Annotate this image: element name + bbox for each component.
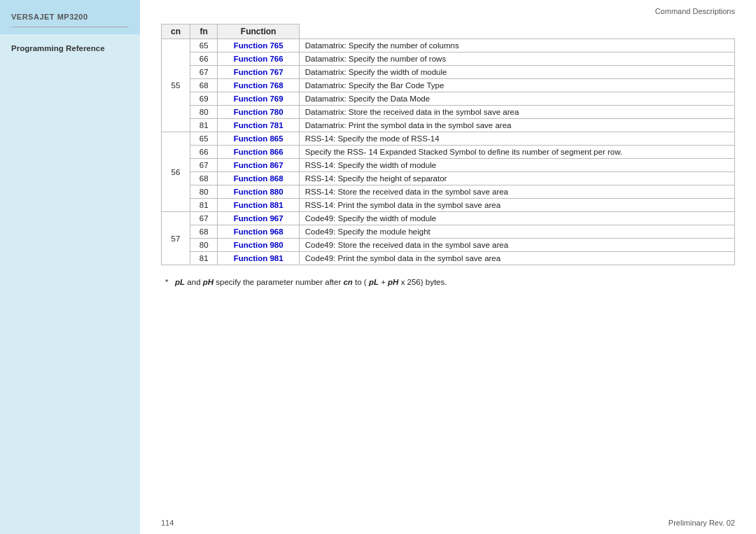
func-link[interactable]: Function 865 — [234, 134, 284, 143]
desc-cell: Code49: Specify the module height — [299, 225, 734, 239]
footnote: * pL and pH specify the parameter number… — [161, 278, 735, 286]
desc-cell: Datamatrix: Specify the number of column… — [299, 39, 734, 52]
func-link[interactable]: Function 880 — [234, 188, 284, 196]
func-link[interactable]: Function 968 — [234, 227, 284, 236]
func-link[interactable]: Function 780 — [234, 108, 284, 116]
cn-cell: 57 — [162, 212, 190, 265]
func-link[interactable]: Function 866 — [234, 148, 284, 156]
table-row: 80 Function 780 Datamatrix: Store the re… — [162, 106, 735, 119]
desc-cell: Code49: Print the symbol data in the sym… — [299, 252, 734, 265]
page-version: Preliminary Rev. 02 — [668, 519, 735, 527]
func-cell: Function 981 — [218, 252, 299, 265]
fn-cell: 65 — [190, 132, 218, 146]
desc-cell: Datamatrix: Specify the Bar Code Type — [299, 79, 734, 92]
table-row: 68 Function 968 Code49: Specify the modu… — [162, 225, 735, 239]
fn-cell: 81 — [190, 119, 218, 132]
page-footer: 114 Preliminary Rev. 02 — [140, 512, 756, 534]
footnote-pl2: pL — [369, 278, 379, 286]
header-title: Command Descriptions — [655, 7, 735, 15]
func-cell: Function 867 — [218, 159, 299, 172]
desc-cell: Datamatrix: Specify the width of module — [299, 66, 734, 79]
footnote-text4: + — [381, 278, 388, 286]
sidebar-nav-item: Programming Reference — [11, 44, 129, 52]
func-link[interactable]: Function 766 — [234, 55, 284, 63]
content: cn fn Function 55 65 Function 765 Datama… — [140, 20, 756, 512]
desc-cell: RSS-14: Specify the width of module — [299, 159, 734, 172]
col-header-cn: cn — [162, 24, 190, 39]
sidebar: VERSAJET MP3200 Programming Reference — [0, 0, 140, 534]
data-table: cn fn Function 55 65 Function 765 Datama… — [161, 24, 735, 265]
table-row: 55 65 Function 765 Datamatrix: Specify t… — [162, 39, 735, 52]
table-row: 81 Function 781 Datamatrix: Print the sy… — [162, 119, 735, 132]
desc-cell: Datamatrix: Print the symbol data in the… — [299, 119, 734, 132]
fn-cell: 80 — [190, 185, 218, 199]
func-link[interactable]: Function 868 — [234, 174, 284, 183]
fn-cell: 65 — [190, 39, 218, 52]
desc-cell: Datamatrix: Specify the number of rows — [299, 52, 734, 66]
table-header-row: cn fn Function — [162, 24, 735, 39]
func-cell: Function 780 — [218, 106, 299, 119]
func-cell: Function 765 — [218, 39, 299, 52]
fn-cell: 68 — [190, 172, 218, 185]
table-row: 68 Function 868 RSS-14: Specify the heig… — [162, 172, 735, 185]
desc-cell: Code49: Store the received data in the s… — [299, 239, 734, 252]
func-cell: Function 767 — [218, 66, 299, 79]
footnote-text2: specify the parameter number after — [216, 278, 343, 286]
cn-cell: 55 — [162, 39, 190, 132]
table-row: 81 Function 981 Code49: Print the symbol… — [162, 252, 735, 265]
fn-cell: 81 — [190, 252, 218, 265]
footnote-star: * — [165, 278, 173, 286]
sidebar-top: VERSAJET MP3200 — [0, 0, 140, 34]
footnote-ph2: pH — [388, 278, 398, 286]
desc-cell: Datamatrix: Store the received data in t… — [299, 106, 734, 119]
col-header-function: Function — [218, 24, 299, 39]
func-link[interactable]: Function 768 — [234, 81, 284, 90]
func-link[interactable]: Function 967 — [234, 214, 284, 223]
table-row: 67 Function 767 Datamatrix: Specify the … — [162, 66, 735, 79]
fn-cell: 81 — [190, 199, 218, 212]
footnote-cn: cn — [343, 278, 352, 286]
table-row: 67 Function 867 RSS-14: Specify the widt… — [162, 159, 735, 172]
fn-cell: 66 — [190, 146, 218, 159]
fn-cell: 66 — [190, 52, 218, 66]
func-link[interactable]: Function 981 — [234, 254, 284, 262]
desc-cell: RSS-14: Print the symbol data in the sym… — [299, 199, 734, 212]
func-cell: Function 868 — [218, 172, 299, 185]
func-cell: Function 781 — [218, 119, 299, 132]
fn-cell: 80 — [190, 239, 218, 252]
table-row: 66 Function 766 Datamatrix: Specify the … — [162, 52, 735, 66]
table-row: 80 Function 880 RSS-14: Store the receiv… — [162, 185, 735, 199]
desc-cell: RSS-14: Store the received data in the s… — [299, 185, 734, 199]
page-number: 114 — [161, 519, 174, 527]
table-row: 68 Function 768 Datamatrix: Specify the … — [162, 79, 735, 92]
table-row: 66 Function 866 Specify the RSS- 14 Expa… — [162, 146, 735, 159]
desc-cell: RSS-14: Specify the mode of RSS-14 — [299, 132, 734, 146]
func-cell: Function 768 — [218, 79, 299, 92]
cn-cell: 56 — [162, 132, 190, 212]
func-link[interactable]: Function 980 — [234, 241, 284, 249]
table-row: 57 67 Function 967 Code49: Specify the w… — [162, 212, 735, 225]
func-cell: Function 968 — [218, 225, 299, 239]
func-link[interactable]: Function 765 — [234, 41, 284, 50]
func-link[interactable]: Function 867 — [234, 161, 284, 169]
desc-cell: Specify the RSS- 14 Expanded Stacked Sym… — [299, 146, 734, 159]
table-row: 69 Function 769 Datamatrix: Specify the … — [162, 92, 735, 106]
table-row: 80 Function 980 Code49: Store the receiv… — [162, 239, 735, 252]
func-link[interactable]: Function 767 — [234, 68, 284, 76]
table-row: 81 Function 881 RSS-14: Print the symbol… — [162, 199, 735, 212]
fn-cell: 67 — [190, 159, 218, 172]
desc-cell: RSS-14: Specify the height of separator — [299, 172, 734, 185]
func-link[interactable]: Function 781 — [234, 121, 284, 129]
main: Command Descriptions cn fn Function 55 6… — [140, 0, 756, 534]
func-cell: Function 967 — [218, 212, 299, 225]
func-cell: Function 881 — [218, 199, 299, 212]
func-cell: Function 866 — [218, 146, 299, 159]
table-row: 56 65 Function 865 RSS-14: Specify the m… — [162, 132, 735, 146]
func-link[interactable]: Function 769 — [234, 94, 284, 103]
fn-cell: 80 — [190, 106, 218, 119]
desc-cell: Datamatrix: Specify the Data Mode — [299, 92, 734, 106]
func-link[interactable]: Function 881 — [234, 201, 284, 209]
footnote-text5: x 256) bytes. — [401, 278, 447, 286]
sidebar-divider — [11, 27, 129, 27]
func-cell: Function 880 — [218, 185, 299, 199]
